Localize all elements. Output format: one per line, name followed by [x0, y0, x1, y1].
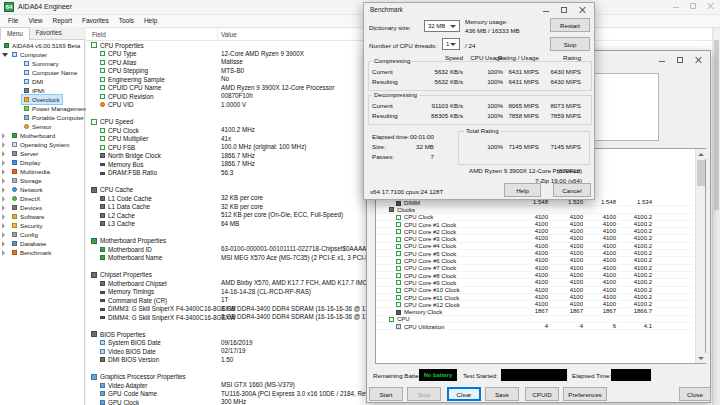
cpuid-button[interactable]: CPUID: [525, 387, 559, 401]
menu-item-tools[interactable]: Tools: [114, 15, 139, 27]
menu-item-report[interactable]: Report: [47, 15, 77, 27]
stop-button[interactable]: Stop: [550, 37, 590, 51]
maximize-icon[interactable]: [672, 55, 688, 66]
tree-item-benchmark[interactable]: Benchmark: [0, 248, 85, 257]
tree-item-config[interactable]: Config: [0, 230, 85, 239]
chevron-right-icon[interactable]: [2, 178, 10, 184]
tree-item-overclock[interactable]: Overclock: [0, 95, 85, 104]
tree-item-display[interactable]: Display: [0, 158, 85, 167]
sensor-row-cpu-core-8-clock[interactable]: CPU Core #8 Clock4100410041004100.2: [376, 272, 694, 279]
sensor-row-cpu-core-2-clock[interactable]: CPU Core #2 Clock4100410041004100.2: [376, 228, 694, 235]
tree-item-devices[interactable]: Devices: [0, 203, 85, 212]
sensor-scrollbar[interactable]: [695, 149, 705, 363]
tree-item-aida64-v6-00-5169-beta[interactable]: AIDA64 v6.00.5169 Beta: [0, 41, 85, 50]
chevron-right-icon[interactable]: [2, 160, 10, 166]
chevron-right-icon[interactable]: [2, 169, 10, 175]
tree-item-motherboard[interactable]: Motherboard: [0, 131, 85, 140]
menu-item-view[interactable]: View: [23, 15, 47, 27]
tree-item-sensor[interactable]: Sensor: [0, 122, 85, 131]
sensor-row-cpu-clock[interactable]: CPU Clock4100410041004100.2: [376, 214, 694, 221]
scrollbar-thumb[interactable]: [714, 40, 719, 210]
sensor-row-cpu-core-9-clock[interactable]: CPU Core #9 Clock4100410041004100.2: [376, 279, 694, 286]
chevron-right-icon[interactable]: [2, 250, 10, 256]
sensor-row-cpu-core-4-clock[interactable]: CPU Core #4 Clock4100410041004100.2: [376, 243, 694, 250]
tree-item-multimedia[interactable]: Multimedia: [0, 167, 85, 176]
tree-item-portable-computer[interactable]: Portable Computer: [0, 113, 85, 122]
sensor-row-clocks[interactable]: Clocks: [376, 206, 694, 213]
minimize-icon[interactable]: [654, 55, 670, 66]
tree-item-operating-system[interactable]: Operating System: [0, 140, 85, 149]
menu-item-file[interactable]: File: [3, 15, 23, 27]
column-separator[interactable]: [217, 28, 218, 41]
tree-item-software[interactable]: Software: [0, 212, 85, 221]
value-column-header[interactable]: Value: [221, 31, 237, 38]
menu-item-favorites[interactable]: Favorites: [77, 15, 114, 27]
chevron-right-icon[interactable]: [2, 232, 10, 238]
tree-item-security[interactable]: Security: [0, 221, 85, 230]
stop-button[interactable]: Stop: [407, 387, 441, 401]
chevron-right-icon[interactable]: [2, 214, 10, 220]
restart-button[interactable]: Restart: [550, 18, 590, 32]
sidebar-tab-favorites[interactable]: Favorites: [30, 27, 68, 40]
dictionary-size-select[interactable]: 32 MB: [424, 20, 460, 32]
chevron-right-icon[interactable]: [2, 241, 10, 247]
sensor-row-memory-clock[interactable]: Memory Clock1867186718671866.7: [376, 308, 694, 315]
tree-item-power-management[interactable]: Power Management: [0, 104, 85, 113]
sensor-row-cpu-core-3-clock[interactable]: CPU Core #3 Clock4100410041004100.2: [376, 235, 694, 242]
tree-item-summary[interactable]: Summary: [0, 59, 85, 68]
scrollbar-thumb[interactable]: [697, 160, 705, 186]
close-icon[interactable]: [702, 1, 718, 12]
tree-item-ipmi[interactable]: IPMI: [0, 86, 85, 95]
chevron-right-icon[interactable]: [2, 223, 10, 229]
tree-item-storage[interactable]: Storage: [0, 176, 85, 185]
save-button[interactable]: Save: [485, 387, 519, 401]
chevron-down-icon[interactable]: [2, 53, 10, 57]
field-label: DMI BIOS Version: [108, 356, 159, 363]
preferences-button[interactable]: Preferences: [563, 387, 607, 401]
tree-item-box: DirectX: [10, 194, 42, 203]
field-column-header[interactable]: Field: [92, 31, 106, 38]
cpu-threads-select[interactable]: 1: [442, 38, 460, 50]
sensor-row-cpu-core-11-clock[interactable]: CPU Core #11 Clock4100410041004100.2: [376, 294, 694, 301]
tree-item-server[interactable]: Server: [0, 149, 85, 158]
close-icon[interactable]: [690, 55, 706, 66]
chevron-right-icon[interactable]: [2, 142, 10, 148]
tree-item-network[interactable]: Network: [0, 185, 85, 194]
chevron-right-icon[interactable]: [2, 205, 10, 211]
sidebar-tab-menu[interactable]: Menu: [0, 27, 30, 40]
scroll-down-icon[interactable]: [696, 353, 706, 363]
sensor-row-cpu-core-1-clock[interactable]: CPU Core #1 Clock4100410041004100.2: [376, 221, 694, 228]
menu-item-help[interactable]: Help: [139, 15, 162, 27]
minimize-icon[interactable]: [538, 5, 554, 16]
sensor-row-dimm[interactable]: DIMM1.5481.5201.5481.534: [376, 199, 694, 206]
tree-item-directx[interactable]: DirectX: [0, 194, 85, 203]
scroll-up-icon[interactable]: [696, 149, 706, 159]
tree-item-computer[interactable]: Computer: [0, 50, 85, 59]
help-button[interactable]: Help: [504, 183, 541, 197]
chevron-right-icon[interactable]: [2, 151, 10, 157]
close-button[interactable]: Close: [679, 387, 711, 401]
chevron-right-icon[interactable]: [2, 133, 10, 139]
main-titlebar[interactable]: 64 AIDA64 Engineer: [0, 0, 720, 15]
tree-item-computer-name[interactable]: Computer Name: [0, 68, 85, 77]
sensor-row-cpu-utilization[interactable]: CPU Utilization4464.1: [376, 323, 694, 330]
sensor-row-cpu[interactable]: CPU: [376, 316, 694, 323]
chevron-right-icon[interactable]: [2, 187, 10, 193]
sensor-row-cpu-core-7-clock[interactable]: CPU Core #7 Clock4100410041004100.2: [376, 265, 694, 272]
start-button[interactable]: Start: [369, 387, 403, 401]
clear-button[interactable]: Clear: [447, 387, 481, 401]
maximize-icon[interactable]: [685, 1, 701, 12]
sensor-row-cpu-core-6-clock[interactable]: CPU Core #6 Clock4100410041004100.2: [376, 257, 694, 264]
minimize-icon[interactable]: [668, 1, 684, 12]
sensor-row-cpu-core-10-clock[interactable]: CPU Core #10 Clock4100410041004100.2: [376, 287, 694, 294]
tree-item-dmi[interactable]: DMI: [0, 77, 85, 86]
cancel-button[interactable]: Cancel: [553, 183, 591, 197]
close-icon[interactable]: [574, 5, 590, 16]
tree-item-database[interactable]: Database: [0, 239, 85, 248]
maximize-icon[interactable]: [556, 5, 572, 16]
chevron-right-icon[interactable]: [2, 196, 10, 202]
field-label: CPU Multiplier: [108, 135, 148, 142]
sensor-row-cpu-core-5-clock[interactable]: CPU Core #5 Clock4100410041004100.2: [376, 250, 694, 257]
sensor-row-cpu-core-12-clock[interactable]: CPU Core #12 Clock4100410041004100.2: [376, 301, 694, 308]
main-list-scrollbar[interactable]: [712, 28, 719, 405]
